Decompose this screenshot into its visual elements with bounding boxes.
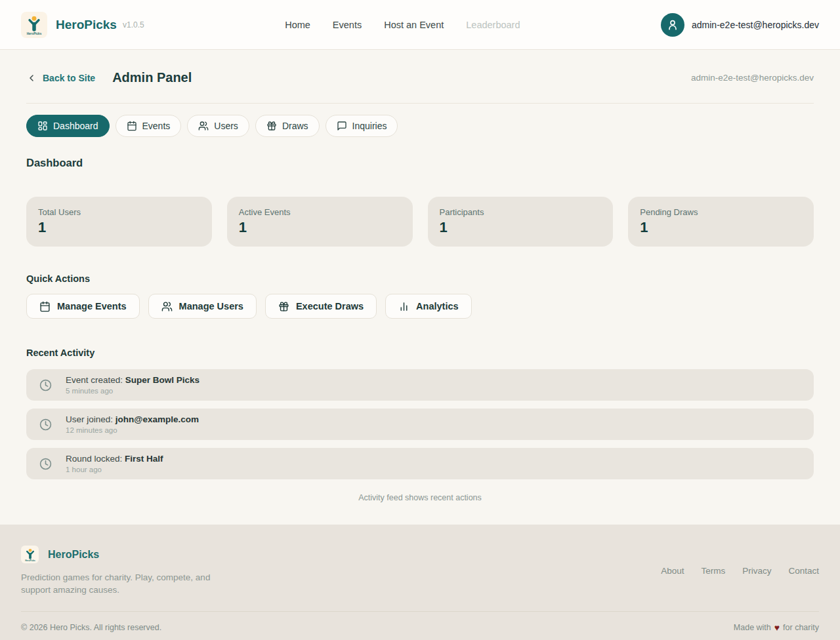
button-label: Analytics — [416, 301, 458, 311]
execute-draws-button[interactable]: Execute Draws — [265, 294, 377, 319]
footer-brand-name: HeroPicks — [48, 549, 99, 561]
stat-value: 1 — [440, 219, 602, 236]
page-title: Admin Panel — [112, 70, 192, 85]
analytics-button[interactable]: Analytics — [385, 294, 471, 319]
stat-value: 1 — [239, 219, 401, 236]
tab-label: Events — [142, 121, 171, 131]
calendar-icon — [127, 121, 137, 131]
manage-users-button[interactable]: Manage Users — [148, 294, 257, 319]
button-label: Manage Users — [179, 301, 243, 311]
activity-timestamp: 5 minutes ago — [66, 387, 200, 395]
user-menu[interactable]: admin-e2e-test@heropicks.dev — [661, 13, 819, 37]
footer-brand-block: HeroPicks HeroPicks Prediction games for… — [21, 546, 238, 596]
dashboard-heading: Dashboard — [26, 157, 814, 169]
button-label: Execute Draws — [296, 301, 364, 311]
footer-tagline: Prediction games for charity. Play, comp… — [21, 571, 238, 596]
footer: HeroPicks HeroPicks Prediction games for… — [0, 525, 840, 640]
activity-timestamp: 1 hour ago — [66, 466, 163, 473]
svg-text:HeroPicks: HeroPicks — [27, 31, 42, 35]
bar-chart-icon — [398, 301, 410, 312]
tab-label: Dashboard — [53, 121, 98, 131]
stat-label: Pending Draws — [640, 207, 802, 217]
admin-tabs: Dashboard Events Users Draws — [26, 115, 814, 137]
footer-link-terms[interactable]: Terms — [701, 566, 725, 576]
gift-icon — [266, 121, 277, 131]
brand-home-link[interactable]: HeroPicks HeroPicks v1.0.5 — [21, 12, 144, 38]
back-to-site-label: Back to Site — [43, 73, 95, 83]
nav-link-host-an-event[interactable]: Host an Event — [384, 20, 444, 30]
stat-card-active-events: Active Events 1 — [227, 197, 413, 247]
heropicks-logo-icon: HeroPicks — [21, 12, 47, 38]
footer-links: About Terms Privacy Contact — [661, 566, 819, 576]
admin-main: Back to Site Admin Panel admin-e2e-test@… — [26, 50, 814, 525]
activity-highlight: john@example.com — [116, 414, 199, 424]
chevron-left-icon — [26, 73, 37, 83]
admin-header: Back to Site Admin Panel admin-e2e-test@… — [26, 50, 814, 104]
footer-link-about[interactable]: About — [661, 566, 684, 576]
activity-footnote: Activity feed shows recent actions — [26, 493, 814, 502]
stat-label: Total Users — [38, 207, 200, 217]
footer-link-contact[interactable]: Contact — [788, 566, 819, 576]
footer-link-privacy[interactable]: Privacy — [742, 566, 771, 576]
user-email: admin-e2e-test@heropicks.dev — [692, 20, 819, 30]
nav-link-leaderboard[interactable]: Leaderboard — [466, 20, 520, 30]
list-item: User joined: john@example.com 12 minutes… — [26, 409, 814, 440]
brand-name: HeroPicks — [56, 18, 117, 32]
heart-icon: ♥ — [774, 623, 780, 632]
manage-events-button[interactable]: Manage Events — [26, 294, 140, 319]
copyright: © 2026 Hero Picks. All rights reserved. — [21, 623, 161, 632]
admin-email: admin-e2e-test@heropicks.dev — [691, 73, 814, 83]
activity-highlight: Super Bowl Picks — [125, 375, 200, 385]
clock-icon — [39, 458, 52, 470]
stat-label: Active Events — [239, 207, 401, 217]
clock-icon — [39, 379, 52, 391]
nav-link-home[interactable]: Home — [285, 20, 310, 30]
main-nav: Home Events Host an Event Leaderboard — [144, 20, 661, 30]
activity-timestamp: 12 minutes ago — [66, 426, 199, 434]
stat-cards: Total Users 1 Active Events 1 Participan… — [26, 197, 814, 247]
tab-inquiries[interactable]: Inquiries — [326, 115, 398, 137]
tab-label: Inquiries — [352, 121, 387, 131]
user-avatar — [661, 13, 684, 37]
users-icon — [161, 301, 173, 312]
tab-dashboard[interactable]: Dashboard — [26, 115, 110, 137]
activity-highlight: First Half — [125, 454, 163, 464]
stat-value: 1 — [640, 219, 802, 236]
activity-text: Event created: Super Bowl Picks — [66, 375, 200, 385]
app-version: v1.0.5 — [123, 20, 144, 30]
nav-link-events[interactable]: Events — [333, 20, 362, 30]
svg-text:HeroPicks: HeroPicks — [25, 559, 35, 561]
stat-card-pending-draws: Pending Draws 1 — [628, 197, 814, 247]
user-icon — [666, 18, 679, 31]
quick-actions-heading: Quick Actions — [26, 273, 814, 284]
top-navbar: HeroPicks HeroPicks v1.0.5 Home Events H… — [0, 0, 840, 50]
activity-text: Round locked: First Half — [66, 454, 163, 464]
stat-label: Participants — [440, 207, 602, 217]
message-square-icon — [337, 121, 347, 131]
tab-label: Draws — [282, 121, 308, 131]
list-item: Event created: Super Bowl Picks 5 minute… — [26, 369, 814, 401]
stat-card-participants: Participants 1 — [428, 197, 614, 247]
activity-text: User joined: john@example.com — [66, 414, 199, 424]
calendar-icon — [39, 301, 51, 312]
button-label: Manage Events — [57, 301, 127, 311]
activity-list: Event created: Super Bowl Picks 5 minute… — [26, 369, 814, 479]
tab-draws[interactable]: Draws — [255, 115, 320, 137]
stat-card-total-users: Total Users 1 — [26, 197, 212, 247]
clock-icon — [39, 418, 52, 431]
tab-label: Users — [214, 121, 238, 131]
stat-value: 1 — [38, 219, 200, 236]
quick-actions: Manage Events Manage Users Execute Draws… — [26, 294, 814, 319]
recent-activity-heading: Recent Activity — [26, 348, 814, 358]
gift-icon — [278, 301, 289, 312]
made-with-charity: Made with ♥ for charity — [734, 623, 819, 632]
list-item: Round locked: First Half 1 hour ago — [26, 448, 814, 479]
tab-events[interactable]: Events — [116, 115, 182, 137]
layout-dashboard-icon — [37, 121, 48, 131]
back-to-site-link[interactable]: Back to Site — [26, 73, 95, 83]
tab-users[interactable]: Users — [187, 115, 249, 137]
heropicks-logo-icon: HeroPicks — [21, 546, 39, 563]
users-icon — [198, 121, 209, 131]
